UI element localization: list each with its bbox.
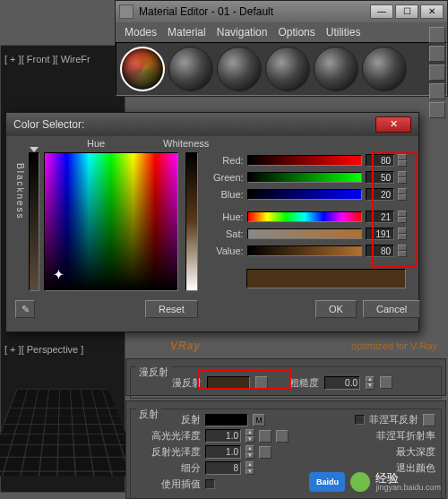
fresnel-ior-label: 菲涅耳折射率 — [376, 429, 435, 443]
diffuse-group-label: 漫反射 — [136, 366, 171, 379]
viewport-front-label[interactable]: [ + ][ Front ][ WireFr — [4, 54, 90, 65]
material-editor-titlebar[interactable]: Material Editor - 01 - Default — ☐ ✕ — [116, 1, 447, 22]
menu-modes[interactable]: Modes — [125, 26, 157, 39]
use-interp-checkbox[interactable] — [205, 479, 215, 489]
hilite-gloss-map-button[interactable] — [276, 430, 289, 443]
subdiv-label: 细分 — [136, 461, 201, 475]
color-selector-title: Color Selector: — [13, 118, 84, 131]
red-spinner[interactable] — [398, 154, 407, 167]
reflect-map-button[interactable]: M — [253, 414, 265, 426]
blue-slider[interactable] — [247, 189, 363, 200]
diffuse-map-button[interactable] — [255, 376, 268, 389]
material-slot-3[interactable] — [217, 47, 262, 91]
material-slot-5[interactable] — [314, 47, 358, 91]
hue-val-label: Hue: — [208, 211, 244, 222]
fresnel-label: 菲涅耳反射 — [369, 413, 418, 426]
sat-value[interactable]: 191 — [366, 228, 394, 240]
color-selector-dialog: Color Selector: ✕ Hue Whiteness Blacknes… — [5, 112, 419, 332]
minimize-button[interactable]: — — [370, 4, 393, 19]
baidu-logo-icon: Baidu — [309, 472, 345, 492]
hue-label: Hue — [87, 138, 105, 149]
diffuse-rollout: 漫反射 漫反射 粗糙度 ▲▼ — [125, 358, 446, 396]
cancel-button[interactable]: Cancel — [363, 300, 420, 318]
reflect-color-swatch[interactable] — [205, 414, 248, 426]
green-spinner[interactable] — [398, 171, 407, 184]
hue-value[interactable]: 21 — [366, 211, 394, 223]
app-icon — [119, 4, 134, 19]
color-field[interactable]: ✦ — [44, 152, 178, 291]
reflect-gloss-map-button[interactable] — [259, 446, 271, 459]
subdiv-spinner[interactable]: ▲▼ — [246, 461, 254, 475]
sat-label: Sat: — [208, 228, 244, 239]
sat-spinner[interactable] — [398, 228, 407, 240]
red-value[interactable]: 80 — [366, 154, 394, 167]
fresnel-checkbox[interactable] — [355, 415, 365, 425]
material-toolbar — [429, 23, 447, 122]
value-label: Value: — [208, 245, 244, 256]
fresnel-lock-icon[interactable] — [423, 414, 435, 426]
blue-value[interactable]: 20 — [366, 188, 394, 201]
vray-header: VRay optimized for V-Ray — [125, 336, 446, 356]
reset-button[interactable]: Reset — [145, 300, 198, 318]
sample-color-swatch[interactable] — [246, 269, 406, 288]
paw-icon — [350, 472, 370, 492]
roughness-spinner[interactable]: ▲▼ — [366, 376, 375, 390]
tool-backlight-icon[interactable] — [429, 46, 445, 62]
roughness-map-button[interactable] — [380, 376, 392, 389]
material-editor-window: Material Editor - 01 - Default — ☐ ✕ Mod… — [115, 0, 448, 97]
material-slot-6[interactable] — [362, 47, 407, 91]
color-field-marker-icon[interactable]: ✦ — [54, 268, 64, 281]
blackness-slider[interactable] — [29, 152, 39, 291]
vray-logo-text: VRay — [170, 340, 201, 352]
whiteness-slider[interactable] — [185, 152, 198, 291]
red-label: Red: — [208, 155, 244, 166]
reflect-group-label: 反射 — [136, 408, 161, 421]
material-slot-1[interactable] — [120, 47, 165, 91]
color-selector-titlebar[interactable]: Color Selector: ✕ — [6, 113, 418, 136]
tool-video-check-icon[interactable] — [429, 102, 445, 118]
ok-button[interactable]: OK — [315, 300, 357, 318]
roughness-label: 粗糙度 — [289, 376, 319, 390]
max-depth-label: 最大深度 — [396, 445, 435, 459]
menu-utilities[interactable]: Utilities — [326, 26, 361, 39]
hilite-gloss-lock-icon[interactable] — [259, 430, 271, 443]
maximize-button[interactable]: ☐ — [395, 4, 418, 19]
reflect-gloss-input[interactable] — [205, 445, 241, 459]
hue-spinner[interactable] — [398, 211, 407, 223]
reflect-gloss-spinner[interactable]: ▲▼ — [246, 445, 254, 459]
subdiv-input[interactable] — [205, 461, 241, 475]
blue-spinner[interactable] — [398, 188, 407, 201]
diffuse-color-swatch[interactable] — [207, 376, 250, 389]
value-value[interactable]: 80 — [366, 245, 394, 257]
menu-options[interactable]: Options — [278, 26, 314, 39]
material-slot-4[interactable] — [265, 47, 310, 91]
eyedropper-icon[interactable]: ✎ — [15, 300, 35, 318]
value-spinner[interactable] — [398, 245, 407, 257]
red-slider[interactable] — [247, 155, 363, 166]
menu-navigation[interactable]: Navigation — [217, 26, 268, 39]
menu-material[interactable]: Material — [168, 26, 206, 39]
window-title: Material Editor - 01 - Default — [139, 5, 273, 18]
tool-uv-tile-icon[interactable] — [429, 83, 445, 99]
green-value[interactable]: 50 — [366, 171, 394, 184]
value-slider[interactable] — [247, 245, 363, 256]
use-interp-label: 使用插值 — [136, 477, 201, 491]
tool-sample-type-icon[interactable] — [429, 27, 445, 43]
color-selector-close-button[interactable]: ✕ — [375, 116, 411, 133]
close-button[interactable]: ✕ — [420, 4, 444, 19]
hilite-gloss-spinner[interactable]: ▲▼ — [246, 429, 254, 443]
viewport-perspective-label[interactable]: [ + ][ Perspective ] — [4, 344, 83, 355]
vray-optimized-label: optimized for V-Ray — [351, 340, 437, 351]
green-label: Green: — [208, 172, 244, 183]
green-slider[interactable] — [247, 172, 363, 183]
blue-label: Blue: — [208, 189, 244, 200]
hue-slider[interactable] — [247, 211, 363, 222]
whiteness-label: Whiteness — [163, 138, 209, 149]
hilite-gloss-input[interactable] — [205, 429, 241, 443]
blackness-label: Blackness — [15, 163, 25, 220]
roughness-input[interactable] — [324, 376, 360, 390]
reflect-gloss-label: 反射光泽度 — [136, 445, 201, 459]
material-slot-2[interactable] — [168, 47, 213, 91]
tool-background-icon[interactable] — [429, 65, 445, 81]
sat-slider[interactable] — [247, 228, 363, 239]
